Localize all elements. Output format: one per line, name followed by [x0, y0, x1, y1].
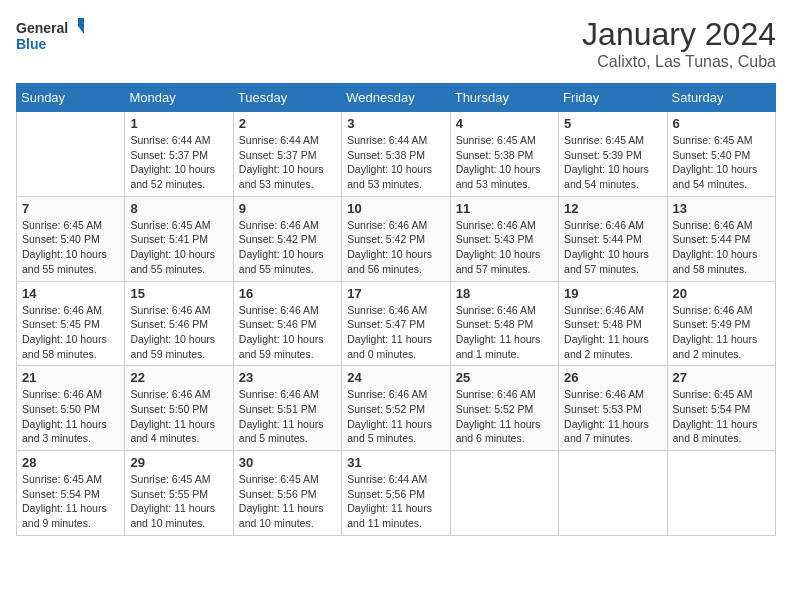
table-row: 6Sunrise: 6:45 AMSunset: 5:40 PMDaylight…: [667, 112, 775, 197]
day-number: 1: [130, 116, 227, 131]
table-row: 21Sunrise: 6:46 AMSunset: 5:50 PMDayligh…: [17, 366, 125, 451]
page-title: January 2024: [582, 16, 776, 53]
day-number: 16: [239, 286, 336, 301]
cell-info: Sunrise: 6:46 AMSunset: 5:45 PMDaylight:…: [22, 303, 119, 362]
col-saturday: Saturday: [667, 84, 775, 112]
cell-info: Sunrise: 6:46 AMSunset: 5:49 PMDaylight:…: [673, 303, 770, 362]
table-row: 9Sunrise: 6:46 AMSunset: 5:42 PMDaylight…: [233, 196, 341, 281]
table-row: [559, 451, 667, 536]
table-row: 10Sunrise: 6:46 AMSunset: 5:42 PMDayligh…: [342, 196, 450, 281]
svg-text:Blue: Blue: [16, 36, 47, 52]
cell-info: Sunrise: 6:44 AMSunset: 5:37 PMDaylight:…: [239, 133, 336, 192]
cell-info: Sunrise: 6:45 AMSunset: 5:39 PMDaylight:…: [564, 133, 661, 192]
table-row: 7Sunrise: 6:45 AMSunset: 5:40 PMDaylight…: [17, 196, 125, 281]
cell-info: Sunrise: 6:46 AMSunset: 5:43 PMDaylight:…: [456, 218, 553, 277]
day-number: 7: [22, 201, 119, 216]
day-number: 6: [673, 116, 770, 131]
day-number: 4: [456, 116, 553, 131]
table-row: 24Sunrise: 6:46 AMSunset: 5:52 PMDayligh…: [342, 366, 450, 451]
col-sunday: Sunday: [17, 84, 125, 112]
col-friday: Friday: [559, 84, 667, 112]
table-row: 4Sunrise: 6:45 AMSunset: 5:38 PMDaylight…: [450, 112, 558, 197]
page-header: General Blue January 2024 Calixto, Las T…: [16, 16, 776, 71]
table-row: 26Sunrise: 6:46 AMSunset: 5:53 PMDayligh…: [559, 366, 667, 451]
logo: General Blue: [16, 16, 86, 54]
cell-info: Sunrise: 6:46 AMSunset: 5:46 PMDaylight:…: [130, 303, 227, 362]
col-tuesday: Tuesday: [233, 84, 341, 112]
day-number: 10: [347, 201, 444, 216]
cell-info: Sunrise: 6:46 AMSunset: 5:47 PMDaylight:…: [347, 303, 444, 362]
day-number: 26: [564, 370, 661, 385]
svg-text:General: General: [16, 20, 68, 36]
day-number: 21: [22, 370, 119, 385]
cell-info: Sunrise: 6:44 AMSunset: 5:37 PMDaylight:…: [130, 133, 227, 192]
cell-info: Sunrise: 6:46 AMSunset: 5:50 PMDaylight:…: [130, 387, 227, 446]
day-number: 12: [564, 201, 661, 216]
day-number: 8: [130, 201, 227, 216]
cell-info: Sunrise: 6:46 AMSunset: 5:42 PMDaylight:…: [347, 218, 444, 277]
col-wednesday: Wednesday: [342, 84, 450, 112]
table-row: 12Sunrise: 6:46 AMSunset: 5:44 PMDayligh…: [559, 196, 667, 281]
calendar-week-row: 1Sunrise: 6:44 AMSunset: 5:37 PMDaylight…: [17, 112, 776, 197]
cell-info: Sunrise: 6:46 AMSunset: 5:44 PMDaylight:…: [564, 218, 661, 277]
day-number: 2: [239, 116, 336, 131]
calendar-header-row: Sunday Monday Tuesday Wednesday Thursday…: [17, 84, 776, 112]
table-row: 19Sunrise: 6:46 AMSunset: 5:48 PMDayligh…: [559, 281, 667, 366]
cell-info: Sunrise: 6:46 AMSunset: 5:46 PMDaylight:…: [239, 303, 336, 362]
table-row: 15Sunrise: 6:46 AMSunset: 5:46 PMDayligh…: [125, 281, 233, 366]
table-row: 27Sunrise: 6:45 AMSunset: 5:54 PMDayligh…: [667, 366, 775, 451]
day-number: 20: [673, 286, 770, 301]
table-row: 23Sunrise: 6:46 AMSunset: 5:51 PMDayligh…: [233, 366, 341, 451]
cell-info: Sunrise: 6:45 AMSunset: 5:55 PMDaylight:…: [130, 472, 227, 531]
table-row: 29Sunrise: 6:45 AMSunset: 5:55 PMDayligh…: [125, 451, 233, 536]
day-number: 9: [239, 201, 336, 216]
cell-info: Sunrise: 6:46 AMSunset: 5:48 PMDaylight:…: [564, 303, 661, 362]
calendar-week-row: 28Sunrise: 6:45 AMSunset: 5:54 PMDayligh…: [17, 451, 776, 536]
page-subtitle: Calixto, Las Tunas, Cuba: [582, 53, 776, 71]
table-row: 14Sunrise: 6:46 AMSunset: 5:45 PMDayligh…: [17, 281, 125, 366]
day-number: 22: [130, 370, 227, 385]
table-row: [450, 451, 558, 536]
day-number: 14: [22, 286, 119, 301]
cell-info: Sunrise: 6:45 AMSunset: 5:54 PMDaylight:…: [22, 472, 119, 531]
cell-info: Sunrise: 6:44 AMSunset: 5:38 PMDaylight:…: [347, 133, 444, 192]
cell-info: Sunrise: 6:45 AMSunset: 5:40 PMDaylight:…: [673, 133, 770, 192]
day-number: 3: [347, 116, 444, 131]
day-number: 30: [239, 455, 336, 470]
cell-info: Sunrise: 6:46 AMSunset: 5:50 PMDaylight:…: [22, 387, 119, 446]
calendar-week-row: 21Sunrise: 6:46 AMSunset: 5:50 PMDayligh…: [17, 366, 776, 451]
table-row: 13Sunrise: 6:46 AMSunset: 5:44 PMDayligh…: [667, 196, 775, 281]
table-row: 22Sunrise: 6:46 AMSunset: 5:50 PMDayligh…: [125, 366, 233, 451]
table-row: 18Sunrise: 6:46 AMSunset: 5:48 PMDayligh…: [450, 281, 558, 366]
table-row: 5Sunrise: 6:45 AMSunset: 5:39 PMDaylight…: [559, 112, 667, 197]
table-row: 31Sunrise: 6:44 AMSunset: 5:56 PMDayligh…: [342, 451, 450, 536]
title-block: January 2024 Calixto, Las Tunas, Cuba: [582, 16, 776, 71]
table-row: [17, 112, 125, 197]
cell-info: Sunrise: 6:46 AMSunset: 5:42 PMDaylight:…: [239, 218, 336, 277]
cell-info: Sunrise: 6:46 AMSunset: 5:52 PMDaylight:…: [347, 387, 444, 446]
cell-info: Sunrise: 6:46 AMSunset: 5:44 PMDaylight:…: [673, 218, 770, 277]
day-number: 15: [130, 286, 227, 301]
table-row: 17Sunrise: 6:46 AMSunset: 5:47 PMDayligh…: [342, 281, 450, 366]
cell-info: Sunrise: 6:45 AMSunset: 5:41 PMDaylight:…: [130, 218, 227, 277]
table-row: 3Sunrise: 6:44 AMSunset: 5:38 PMDaylight…: [342, 112, 450, 197]
cell-info: Sunrise: 6:45 AMSunset: 5:40 PMDaylight:…: [22, 218, 119, 277]
calendar-week-row: 7Sunrise: 6:45 AMSunset: 5:40 PMDaylight…: [17, 196, 776, 281]
table-row: 1Sunrise: 6:44 AMSunset: 5:37 PMDaylight…: [125, 112, 233, 197]
table-row: 2Sunrise: 6:44 AMSunset: 5:37 PMDaylight…: [233, 112, 341, 197]
cell-info: Sunrise: 6:46 AMSunset: 5:48 PMDaylight:…: [456, 303, 553, 362]
table-row: 28Sunrise: 6:45 AMSunset: 5:54 PMDayligh…: [17, 451, 125, 536]
col-thursday: Thursday: [450, 84, 558, 112]
table-row: 20Sunrise: 6:46 AMSunset: 5:49 PMDayligh…: [667, 281, 775, 366]
table-row: 30Sunrise: 6:45 AMSunset: 5:56 PMDayligh…: [233, 451, 341, 536]
svg-marker-1: [78, 18, 84, 34]
cell-info: Sunrise: 6:44 AMSunset: 5:56 PMDaylight:…: [347, 472, 444, 531]
day-number: 24: [347, 370, 444, 385]
calendar-table: Sunday Monday Tuesday Wednesday Thursday…: [16, 83, 776, 536]
calendar-week-row: 14Sunrise: 6:46 AMSunset: 5:45 PMDayligh…: [17, 281, 776, 366]
col-monday: Monday: [125, 84, 233, 112]
table-row: 25Sunrise: 6:46 AMSunset: 5:52 PMDayligh…: [450, 366, 558, 451]
day-number: 31: [347, 455, 444, 470]
cell-info: Sunrise: 6:45 AMSunset: 5:38 PMDaylight:…: [456, 133, 553, 192]
cell-info: Sunrise: 6:46 AMSunset: 5:53 PMDaylight:…: [564, 387, 661, 446]
